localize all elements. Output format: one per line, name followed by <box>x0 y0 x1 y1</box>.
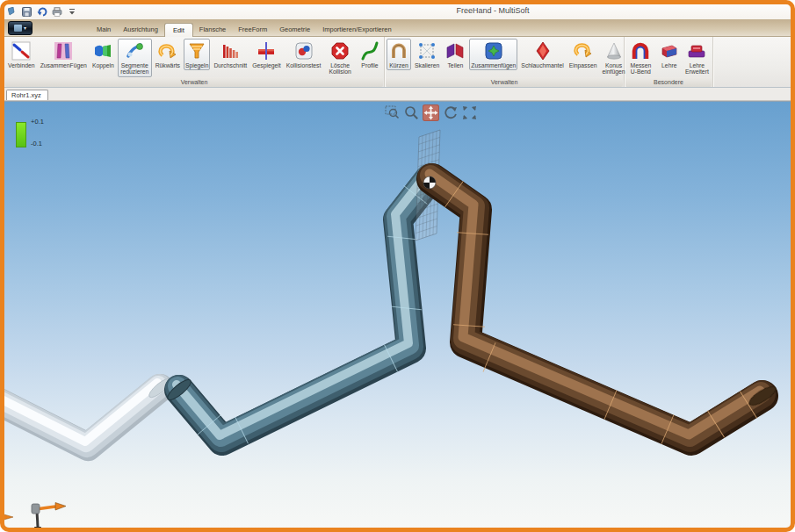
ribbon-button-label: Lehre Erweitert <box>685 62 709 75</box>
group2-buttons: Kürzen Skalieren Teilen Zusammenfügen Sc… <box>385 37 624 77</box>
ribbon-button-label: ZusammenFügen <box>40 62 87 68</box>
legend-color-bar <box>16 122 26 147</box>
ribbon-button-profile[interactable]: Profile <box>358 39 382 70</box>
ribbon-button-label: Profile <box>361 62 378 68</box>
viewport-toolbar <box>384 104 478 121</box>
zusammenfuegen-icon <box>53 40 74 61</box>
ribbon-button-label: Durchschnitt <box>213 62 247 68</box>
group1-buttons: Verbinden ZusammenFügen Koppeln Segmente… <box>4 37 384 77</box>
quick-access-toolbar <box>6 5 77 18</box>
ribbon-button-teilen[interactable]: Teilen <box>443 39 467 70</box>
pipe-blue[interactable] <box>165 166 441 443</box>
ribbon-tabs: Main Ausrichtung Edit Flansche FreeForm … <box>90 19 398 37</box>
messen-ubend-icon <box>630 40 651 61</box>
pipe-left-gray[interactable] <box>4 376 173 447</box>
pan-icon[interactable] <box>423 104 439 121</box>
ribbon-button-label: Kollisionstest <box>286 62 322 68</box>
ribbon-button-spiegeln[interactable]: Spiegeln <box>184 39 210 70</box>
ribbon-button-segmente-reduzieren[interactable]: Segmente reduzieren <box>118 39 152 77</box>
ribbon-button-label: Spiegeln <box>185 62 208 68</box>
rueckwaerts-icon <box>157 40 178 61</box>
app-fragment-icon <box>6 6 18 18</box>
tab-importieren-exportieren[interactable]: Importieren/Exportieren <box>316 23 397 37</box>
ribbon-button-label: Teilen <box>447 62 463 68</box>
tab-freeform[interactable]: FreeForm <box>232 23 273 37</box>
ribbon-button-einpassen[interactable]: Einpassen <box>567 39 599 70</box>
ribbon-button-zusammenfuegen-1[interactable]: ZusammenFügen <box>39 39 89 70</box>
ribbon-button-label: Lehre <box>661 62 676 68</box>
ribbon-empty-space <box>713 37 791 87</box>
group-label: Besondere <box>625 77 712 87</box>
ribbon-button-durchschnitt[interactable]: Durchschnitt <box>212 39 249 70</box>
ribbon-button-konus-einfuegen[interactable]: Konus einfügen <box>600 39 626 77</box>
group3-buttons: Messen U-Bend Lehre Lehre Erweitert <box>625 37 712 77</box>
title-bar: FreeHand - MultiSoft <box>4 4 791 19</box>
tab-edit[interactable]: Edit <box>164 23 193 37</box>
ribbon-button-label: Zusammenfügen <box>471 62 516 68</box>
zoom-window-icon[interactable] <box>384 104 401 121</box>
ribbon-group-verwalten-2: Kürzen Skalieren Teilen Zusammenfügen Sc… <box>385 37 625 87</box>
ribbon-button-label: Segmente reduzieren <box>119 62 150 75</box>
ribbon-button-verbinden[interactable]: Verbinden <box>6 39 37 70</box>
ribbon-button-lehre[interactable]: Lehre <box>657 39 682 70</box>
ribbon-button-kollisionstest[interactable]: Kollisionstest <box>285 39 323 70</box>
lehre-erweitert-icon <box>686 40 707 61</box>
print-icon[interactable] <box>51 6 62 18</box>
document-tab-rohr1[interactable]: Rohr1.xyz <box>6 90 48 100</box>
tab-ausrichtung[interactable]: Ausrichtung <box>117 23 164 37</box>
ribbon-button-label: Konus einfügen <box>602 62 625 75</box>
save-icon[interactable] <box>21 6 33 18</box>
konus-einfuegen-icon <box>603 40 625 61</box>
ribbon-button-kuerzen[interactable]: Kürzen <box>387 39 411 70</box>
lehre-icon <box>659 40 680 61</box>
application-menu-icon <box>14 25 22 32</box>
tab-main[interactable]: Main <box>90 23 117 37</box>
ribbon-button-label: Messen U-Bend <box>628 62 654 75</box>
tab-flansche[interactable]: Flansche <box>193 23 232 37</box>
application-menu-button[interactable]: ▾ <box>8 21 33 35</box>
legend-max-label: +0.1 <box>31 118 44 126</box>
chevron-down-icon: ▾ <box>24 25 26 31</box>
group-label: Verwalten <box>386 77 623 87</box>
ribbon-button-label: Einpassen <box>569 62 597 68</box>
ribbon-group-verwalten-1: Verbinden ZusammenFügen Koppeln Segmente… <box>4 37 385 87</box>
koppeln-icon <box>92 40 113 61</box>
pipe-brown[interactable] <box>430 174 778 444</box>
ribbon-button-gespiegelt[interactable]: Gespiegelt <box>250 39 283 70</box>
ribbon-button-label: Gespiegelt <box>252 62 281 68</box>
ribbon-button-zusammenfuegen-2[interactable]: Zusammenfügen <box>469 39 517 70</box>
ribbon-button-label: Lösche Kollision <box>326 62 354 75</box>
segmente-reduzieren-icon <box>124 40 145 61</box>
ribbon-button-koppeln[interactable]: Koppeln <box>90 39 116 70</box>
verbinden-icon <box>11 40 32 61</box>
teilen-icon <box>444 40 466 61</box>
ribbon-button-messen-ubend[interactable]: Messen U-Bend <box>626 39 655 77</box>
zoom-icon[interactable] <box>403 104 420 121</box>
zusammenfuegen-2-icon <box>483 40 504 61</box>
ribbon-button-skalieren[interactable]: Skalieren <box>413 39 441 70</box>
ribbon-button-loesche-kollision[interactable]: Lösche Kollision <box>324 39 356 77</box>
viewport-3d[interactable]: +0.1 -0.1 <box>4 101 791 529</box>
ribbon-button-lehre-erweitert[interactable]: Lehre Erweitert <box>683 39 711 77</box>
ribbon-button-label: Verbinden <box>8 62 35 68</box>
ribbon-group-besondere: Messen U-Bend Lehre Lehre Erweitert Beso… <box>625 37 713 87</box>
ribbon-button-label: Koppeln <box>92 62 114 68</box>
document-tab-bar: Rohr1.xyz <box>4 88 791 101</box>
joint-sphere-marker <box>423 176 436 189</box>
app-window: FreeHand - MultiSoft ▾ Main Ausrichtung … <box>0 0 795 532</box>
orientation-axis-indicator <box>4 503 66 530</box>
ribbon-button-label: Skalieren <box>415 62 439 68</box>
ribbon-button-label: Schlauchmantel <box>521 62 563 68</box>
ribbon-button-schlauchmantel[interactable]: Schlauchmantel <box>519 39 565 70</box>
tab-geometrie[interactable]: Geometrie <box>273 23 316 37</box>
ribbon-button-rueckwaerts[interactable]: Rükwärts <box>154 39 182 70</box>
gespiegelt-icon <box>256 40 277 61</box>
qat-customize-dropdown-icon[interactable] <box>66 6 77 18</box>
undo-icon[interactable] <box>36 6 47 18</box>
rotate-icon[interactable] <box>442 104 459 121</box>
legend-min-label: -0.1 <box>31 140 42 147</box>
schlauchmantel-icon <box>532 40 553 61</box>
scene-canvas[interactable] <box>4 102 791 529</box>
ribbon: Verbinden ZusammenFügen Koppeln Segmente… <box>4 37 791 88</box>
fit-view-icon[interactable] <box>461 104 478 121</box>
